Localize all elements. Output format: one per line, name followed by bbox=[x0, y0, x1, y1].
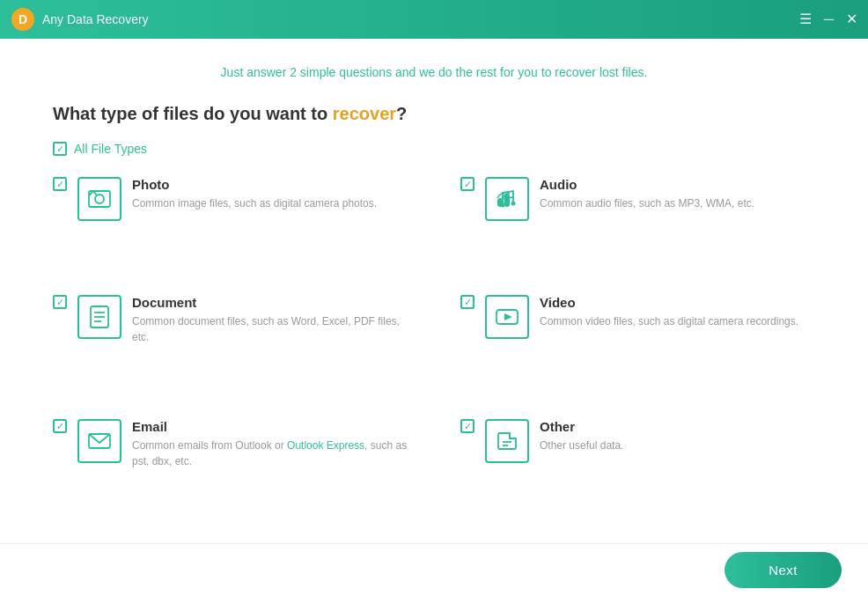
video-desc: Common video files, such as digital came… bbox=[540, 313, 815, 329]
checkbox-checkmark: ✓ bbox=[56, 144, 64, 154]
title-bar: D Any Data Recovery ☰ ─ ✕ bbox=[0, 0, 868, 39]
document-icon bbox=[86, 304, 113, 330]
svg-text:D: D bbox=[18, 12, 27, 26]
email-info: Email Common emails from Outlook or Outl… bbox=[132, 419, 408, 469]
document-checkbox[interactable]: ✓ bbox=[53, 295, 67, 309]
video-icon bbox=[494, 304, 520, 330]
video-name: Video bbox=[540, 295, 815, 310]
other-desc: Other useful data. bbox=[540, 438, 815, 453]
file-type-email: ✓ Email Common emails from Outlook or Ou… bbox=[53, 419, 408, 526]
other-name: Other bbox=[540, 419, 815, 434]
audio-checkmark: ✓ bbox=[464, 180, 472, 189]
other-info: Other Other useful data. bbox=[540, 419, 815, 453]
svg-rect-5 bbox=[504, 194, 510, 207]
other-icon bbox=[494, 428, 520, 454]
audio-desc: Common audio files, such as MP3, WMA, et… bbox=[540, 195, 815, 211]
close-icon[interactable]: ✕ bbox=[846, 12, 857, 26]
title-bar-controls: ☰ ─ ✕ bbox=[799, 12, 857, 26]
file-type-audio: ✓ bbox=[460, 177, 815, 277]
all-file-types-checkbox[interactable]: ✓ bbox=[53, 142, 67, 156]
svg-marker-15 bbox=[504, 313, 512, 320]
audio-name: Audio bbox=[540, 177, 815, 192]
audio-info: Audio Common audio files, such as MP3, W… bbox=[540, 177, 815, 211]
minimize-icon[interactable]: ─ bbox=[824, 12, 834, 26]
svg-point-3 bbox=[95, 195, 104, 203]
video-checkmark: ✓ bbox=[464, 298, 472, 307]
photo-info: Photo Common image files, such as digita… bbox=[132, 177, 408, 211]
all-file-types-row[interactable]: ✓ All File Types bbox=[53, 142, 815, 156]
next-button[interactable]: Next bbox=[725, 552, 842, 588]
video-info: Video Common video files, such as digita… bbox=[540, 295, 815, 329]
question-text: What type of files do you want to recove… bbox=[53, 104, 815, 124]
video-checkbox[interactable]: ✓ bbox=[460, 295, 474, 309]
email-icon-wrap bbox=[77, 419, 121, 463]
photo-icon bbox=[86, 186, 113, 212]
file-type-video: ✓ Video Common video files, such as digi… bbox=[460, 295, 815, 401]
all-file-types-label: All File Types bbox=[74, 142, 147, 156]
audio-icon bbox=[494, 186, 520, 212]
email-checkmark: ✓ bbox=[56, 422, 64, 431]
file-type-other: ✓ Other Other useful data. bbox=[460, 419, 815, 526]
other-checkmark: ✓ bbox=[464, 422, 472, 431]
photo-checkmark: ✓ bbox=[56, 180, 64, 189]
footer: Next bbox=[0, 543, 868, 596]
photo-name: Photo bbox=[132, 177, 408, 192]
subtitle: Just answer 2 simple questions and we do… bbox=[53, 65, 815, 79]
file-type-document: ✓ Document Common document files, such a… bbox=[53, 295, 408, 401]
title-bar-left: D Any Data Recovery bbox=[11, 7, 149, 32]
photo-icon-wrap bbox=[77, 177, 121, 221]
document-checkmark: ✓ bbox=[56, 298, 64, 307]
email-desc: Common emails from Outlook or Outlook Ex… bbox=[132, 438, 408, 469]
menu-icon[interactable]: ☰ bbox=[799, 12, 812, 26]
file-type-photo: ✓ Photo Common image files, such as digi… bbox=[53, 177, 408, 277]
document-desc: Common document files, such as Word, Exc… bbox=[132, 313, 408, 345]
file-types-grid: ✓ Photo Common image files, such as digi… bbox=[53, 177, 815, 526]
svg-point-9 bbox=[511, 202, 516, 206]
audio-checkbox[interactable]: ✓ bbox=[460, 177, 474, 191]
email-icon bbox=[86, 428, 113, 454]
app-title: Any Data Recovery bbox=[42, 12, 149, 26]
question-highlight: recover bbox=[333, 104, 396, 123]
audio-icon-wrap bbox=[485, 177, 529, 221]
main-content: Just answer 2 simple questions and we do… bbox=[0, 39, 868, 543]
svg-rect-2 bbox=[89, 191, 110, 207]
other-checkbox[interactable]: ✓ bbox=[460, 419, 474, 433]
email-checkbox[interactable]: ✓ bbox=[53, 419, 67, 433]
document-name: Document bbox=[132, 295, 408, 310]
document-info: Document Common document files, such as … bbox=[132, 295, 408, 345]
app-logo-icon: D bbox=[11, 7, 35, 32]
photo-checkbox[interactable]: ✓ bbox=[53, 177, 67, 191]
other-icon-wrap bbox=[485, 419, 529, 463]
photo-desc: Common image files, such as digital came… bbox=[132, 195, 408, 211]
document-icon-wrap bbox=[77, 295, 121, 339]
email-name: Email bbox=[132, 419, 408, 434]
video-icon-wrap bbox=[485, 295, 529, 339]
svg-point-8 bbox=[501, 203, 505, 208]
outlook-express-link[interactable]: Outlook Express bbox=[287, 439, 364, 452]
